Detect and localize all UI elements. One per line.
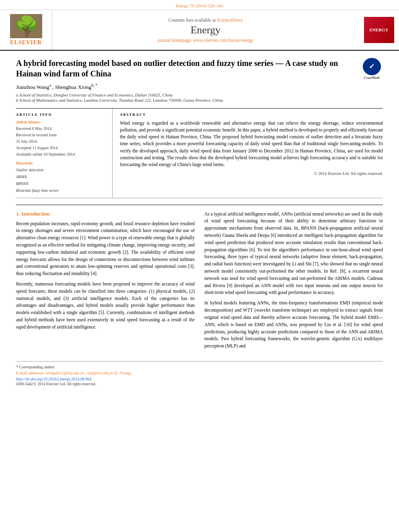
accepted-text: Accepted 11 August 2014 [16,146,58,150]
homepage-url[interactable]: www.elsevier.com/locate/energy [193,38,254,43]
keyword-4: Bivariate fuzzy time series [16,187,107,194]
affiliation-b-text: b School of Mathematics and Statistics, … [16,98,223,103]
affiliation-a-text: a School of Statistics, Dongbei Universi… [16,93,173,97]
author1-sup: a [49,83,51,87]
top-banner: Energy 76 (2014) 526–541 [0,0,399,10]
email1[interactable]: xiongalh12@lzu.edu.cn [45,371,84,375]
available-text: Available online 16 September 2014 [16,152,75,156]
copyright-line: © 2014 Elsevier Ltd. All rights reserved… [120,171,383,176]
intro-right-para2: In hybrid models featuring ANNs, the tim… [204,300,383,350]
affiliation-b: b School of Mathematics and Statistics, … [16,98,383,103]
article-footer: * Corresponding author. E-mail addresses… [16,361,383,386]
crossmark-label: CrossMark [364,76,380,80]
sciencedirect-line: Contents lists available at ScienceDirec… [168,18,243,23]
doi-link[interactable]: http://dx.doi.org/10.1016/j.energy.2014.… [16,377,383,381]
received-date: Received 6 May 2014 [16,125,107,132]
elsevier-tree-image [10,14,42,38]
corresponding-author-note: * Corresponding author. [16,365,383,369]
journal-header: ELSEVIER Contents lists available at Sci… [0,10,399,51]
article-title: A hybrid forecasting model based on outl… [16,58,383,79]
footer-emails: E-mail addresses: xiongalh12@lzu.edu.cn … [16,371,383,375]
issn-line: 0360-5442/© 2014 Elsevier Ltd. All right… [16,382,383,386]
page-container: Energy 76 (2014) 526–541 ELSEVIER Conten… [0,0,399,532]
contents-available-text: Contents lists available at [168,18,216,23]
elsevier-label: ELSEVIER [10,39,42,46]
accepted-date: Accepted 11 August 2014 [16,145,107,151]
revised-text: Received in revised form [16,133,57,137]
right-column: As a typical artificial intelligence mod… [204,211,383,353]
elsevier-logo-area: ELSEVIER [0,10,52,50]
energy-logo-area: ENERGY [359,10,399,50]
homepage-prefix-text: journal homepage: [158,38,192,43]
article-title-text: A hybrid forecasting model based on outl… [16,59,338,78]
revised-date: Received in revised form [16,132,107,138]
abstract-section-label: ABSTRACT [120,113,383,117]
article-info-section-label: ARTICLE INFO [16,113,107,117]
author2-name: , Shenghua Xiong [52,84,91,90]
left-column: 1. Introduction Recent population increa… [16,211,195,353]
journal-title-area: Contents lists available at ScienceDirec… [52,10,359,50]
homepage-line: journal homepage: www.elsevier.com/locat… [158,38,254,43]
abstract-column: ABSTRACT Wind energy is regarded as a wo… [113,109,383,198]
journal-reference: Energy 76 (2014) 526–541 [176,3,224,8]
keyword-1: Outlier detection [16,166,107,173]
energy-logo-box: ENERGY [364,17,394,43]
author2-sup: b, * [91,83,97,87]
introduction-section-title: 1. Introduction [16,211,195,217]
revised-date-text: 31 July 2014 [16,139,37,144]
revised-date-value: 31 July 2014 [16,138,107,145]
crossmark-badge[interactable]: ✓ CrossMark [361,58,383,80]
email2[interactable]: wjz@lzu.edu.cn [87,371,113,375]
email-suffix: (S. Xiong). [114,371,132,375]
abstract-text: Wind energy is regarded as a worldwide r… [120,120,383,168]
available-online: Available online 16 September 2014 [16,151,107,158]
keywords-list: Outlier detection ARMA BPANN Bivariate f… [16,166,107,194]
intro-para2: Recently, numerous forecasting models ha… [16,281,195,331]
elsevier-logo: ELSEVIER [10,14,42,46]
crossmark-icon: ✓ [363,58,381,75]
keywords-label: Keywords: [16,161,107,165]
sciencedirect-link[interactable]: ScienceDirect [217,18,243,23]
keyword-2: ARMA [16,173,107,180]
author1-name: Jianzhou Wang [16,84,49,90]
article-body: A hybrid forecasting model based on outl… [0,51,399,393]
intro-para1: Recent population increases, rapid econo… [16,220,195,278]
energy-logo-text: ENERGY [369,27,388,33]
journal-name: Energy [191,24,221,36]
affiliation-a: a School of Statistics, Dongbei Universi… [16,93,383,97]
article-history-label: Article history: [16,120,107,124]
email-label: E-mail addresses: [16,371,45,375]
article-info-column: ARTICLE INFO Article history: Received 6… [16,109,113,198]
authors-line: Jianzhou Wanga , Shenghua Xiongb, * [16,83,383,90]
info-area: ARTICLE INFO Article history: Received 6… [16,108,383,198]
keyword-3: BPANN [16,180,107,187]
main-content: 1. Introduction Recent population increa… [16,205,383,353]
intro-right-para1: As a typical artificial intelligence mod… [204,211,383,297]
received-text: Received 6 May 2014 [16,126,51,131]
